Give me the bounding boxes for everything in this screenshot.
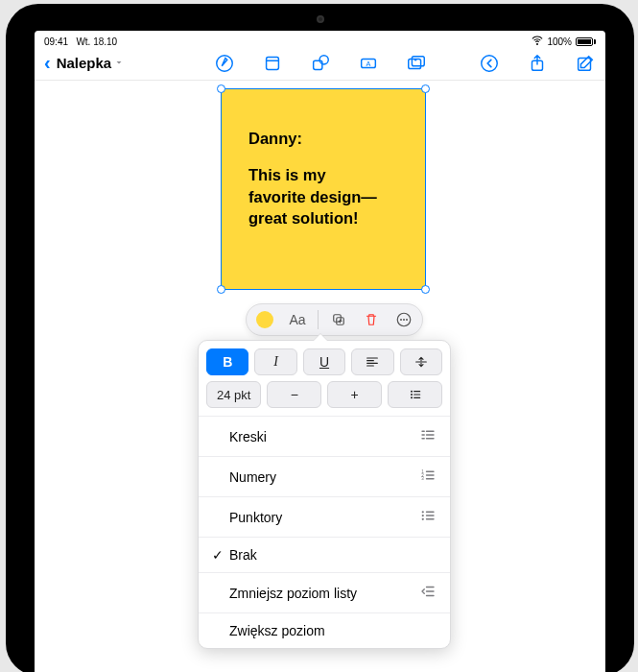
- sticky-line1: Danny:: [248, 128, 402, 149]
- svg-rect-1: [266, 57, 278, 69]
- selection-toolbar: Aa: [246, 303, 423, 336]
- svg-point-9: [414, 59, 415, 60]
- font-size-field[interactable]: 24 pkt: [206, 381, 261, 408]
- text-format-popover: B I U 24 pkt − +: [198, 340, 451, 649]
- status-date: Wt. 18.10: [76, 36, 117, 47]
- list-style-none[interactable]: ✓ Brak: [199, 538, 450, 573]
- outdent-icon: [419, 583, 437, 603]
- decrease-indent[interactable]: Zmniejsz poziom listy: [199, 573, 450, 613]
- more-button[interactable]: [391, 307, 416, 332]
- undo-button[interactable]: [479, 53, 500, 74]
- increase-size-button[interactable]: +: [327, 381, 382, 408]
- decrease-indent-label: Zmniejsz poziom listy: [229, 586, 419, 601]
- list-style-dashes[interactable]: Kreski: [199, 417, 450, 457]
- underline-button[interactable]: U: [303, 348, 345, 375]
- shape-tool-icon[interactable]: [310, 53, 331, 74]
- valign-button[interactable]: [400, 348, 442, 375]
- increase-indent-label: Zwiększ poziom: [229, 623, 437, 638]
- svg-text:3: 3: [421, 476, 424, 481]
- delete-button[interactable]: [359, 307, 384, 332]
- list-style-bullets-label: Punktory: [229, 510, 419, 525]
- increase-indent[interactable]: Zwiększ poziom: [199, 613, 450, 648]
- sticky-line2: This is my: [248, 164, 402, 185]
- numbers-icon: 123: [419, 467, 437, 487]
- nav-bar: ‹ Nalepka A: [35, 50, 605, 81]
- text-style-button[interactable]: Aa: [285, 307, 310, 332]
- canvas[interactable]: Danny: This is my favorite design— great…: [35, 81, 605, 657]
- wifi-icon: [532, 35, 543, 48]
- svg-point-16: [400, 319, 402, 321]
- chevron-left-icon: ‹: [44, 52, 51, 74]
- duplicate-button[interactable]: [326, 307, 351, 332]
- svg-rect-8: [412, 56, 424, 65]
- device-camera: [317, 15, 324, 23]
- color-swatch-button[interactable]: [252, 307, 277, 332]
- status-bar: 09:41 Wt. 18.10 100%: [35, 31, 605, 50]
- sticky-line3: favorite design—: [248, 186, 402, 207]
- resize-handle-br[interactable]: [421, 285, 430, 294]
- textbox-tool-icon[interactable]: A: [358, 53, 379, 74]
- sticky-line4: great solution!: [248, 207, 402, 228]
- svg-point-19: [411, 391, 413, 393]
- list-options-button[interactable]: [388, 381, 442, 408]
- sticky-text: Danny: This is my favorite design— great…: [222, 89, 425, 228]
- bold-button[interactable]: B: [206, 348, 248, 375]
- italic-button[interactable]: I: [254, 348, 296, 375]
- checkmark-icon: ✓: [212, 547, 229, 563]
- battery-pct: 100%: [547, 36, 572, 47]
- resize-handle-tr[interactable]: [421, 84, 430, 93]
- list-style-dashes-label: Kreski: [229, 429, 419, 444]
- note-tool-icon[interactable]: [262, 53, 283, 74]
- status-time: 09:41: [44, 36, 68, 47]
- list-style-none-label: Brak: [229, 547, 437, 563]
- svg-point-27: [422, 518, 424, 520]
- svg-point-25: [422, 511, 424, 513]
- list-style-bullets[interactable]: Punktory: [199, 497, 450, 538]
- page-title[interactable]: Nalepka: [57, 55, 112, 71]
- list-style-numbers[interactable]: Numery 123: [199, 457, 450, 497]
- svg-point-20: [411, 394, 413, 396]
- battery-icon: [576, 37, 596, 46]
- dashes-icon: [419, 426, 437, 446]
- back-button[interactable]: ‹: [44, 52, 51, 74]
- share-button[interactable]: [527, 53, 548, 74]
- sticky-note[interactable]: Danny: This is my favorite design— great…: [221, 88, 426, 290]
- resize-handle-bl[interactable]: [217, 285, 225, 294]
- image-tool-icon[interactable]: [406, 53, 427, 74]
- underline-label: U: [319, 354, 329, 370]
- pen-tool-icon[interactable]: [214, 53, 235, 74]
- list-style-numbers-label: Numery: [229, 469, 419, 485]
- title-chevron-icon: [113, 55, 125, 72]
- italic-label: I: [273, 354, 278, 370]
- align-button[interactable]: [351, 348, 393, 375]
- bullets-icon: [419, 507, 437, 527]
- svg-point-18: [406, 319, 408, 321]
- svg-point-21: [411, 396, 413, 398]
- compose-button[interactable]: [575, 53, 596, 74]
- popover-arrow: [314, 334, 327, 341]
- decrease-size-button[interactable]: −: [267, 381, 321, 408]
- svg-text:A: A: [366, 59, 370, 67]
- toolbar-separator: [318, 310, 319, 329]
- resize-handle-tl[interactable]: [217, 84, 225, 93]
- svg-point-26: [422, 515, 424, 516]
- svg-point-10: [482, 55, 498, 71]
- svg-point-4: [319, 55, 328, 63]
- svg-point-17: [403, 319, 405, 321]
